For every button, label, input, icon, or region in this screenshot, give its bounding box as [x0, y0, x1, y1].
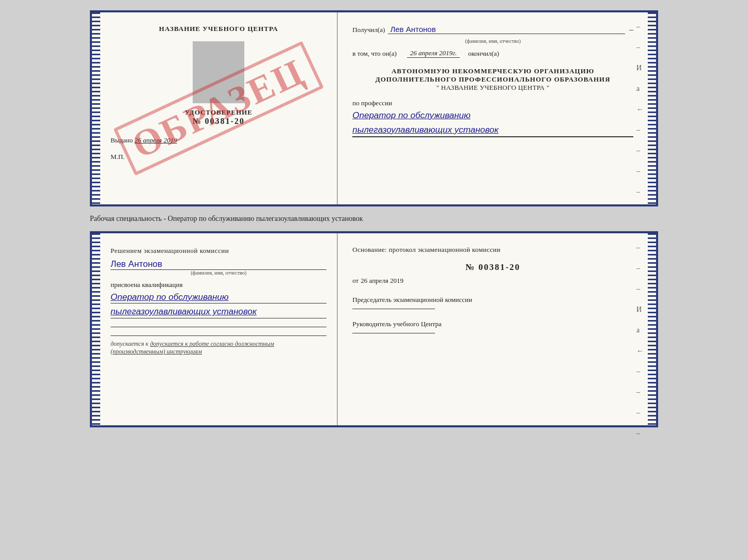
diploma-ot-row: от 26 апреля 2019 — [352, 277, 633, 285]
cert-dash-r6: – — [636, 188, 644, 196]
cert-date-value: 26 апреля 2019г. — [407, 49, 460, 58]
diploma-dash-r1: – — [636, 244, 644, 252]
cert-finished-label: окончил(а) — [468, 50, 499, 58]
cert-doc-number: № 00381-20 — [111, 117, 326, 126]
certificate: НАЗВАНИЕ УЧЕБНОГО ЦЕНТРА УДОСТОВЕРЕНИЕ №… — [90, 10, 658, 206]
cert-received-row: Получил(а) Лев Антонов – — [352, 25, 633, 34]
diploma-right-dashes: – – – И а ← – – – – — [636, 244, 644, 438]
diploma-predsed-label: Председатель экзаменационной комиссии — [352, 295, 633, 305]
diploma-side-И: И — [636, 306, 644, 314]
cert-dash-r2: – — [636, 43, 644, 52]
cert-mp: М.П. — [111, 153, 326, 161]
cert-received-name: Лев Антонов — [388, 25, 625, 34]
cert-org-name: " НАЗВАНИЕ УЧЕБНОГО ЦЕНТРА " — [352, 84, 633, 92]
cert-received-label: Получил(а) — [352, 26, 385, 34]
diploma-dopusk-text: допускается к допускается к работе согла… — [111, 340, 326, 356]
cert-issued: Выдано 26 апреля 2019 — [111, 136, 326, 145]
cert-profession-line1: Оператор по обслуживанию — [352, 109, 633, 122]
diploma-side-а: а — [636, 326, 644, 334]
cert-dash-r3: – — [636, 126, 644, 134]
middle-text: Рабочая специальность - Оператор по обсл… — [90, 213, 658, 225]
cert-right-dashes: – – И а ← – – – – — [636, 23, 644, 196]
diploma-ot-label: от — [352, 277, 359, 285]
cert-right-panel: Получил(а) Лев Антонов – (фамилия, имя, … — [338, 12, 648, 204]
cert-side-И: И — [636, 64, 644, 72]
diploma-rukov-sign-line — [352, 333, 435, 333]
diploma-predsed-sign-line — [352, 309, 435, 309]
diploma-osnov-label: Основание: протокол экзаменационной коми… — [352, 246, 633, 254]
diploma-dash-r6: – — [636, 409, 644, 417]
cert-issued-date: 26 апреля 2019 — [135, 136, 177, 144]
diploma-number: № 00381-20 — [352, 262, 633, 273]
cert-side-а: а — [636, 85, 644, 93]
diploma-qual-line1: Оператор по обслуживанию — [111, 291, 326, 304]
diploma-dash-r5: – — [636, 388, 644, 396]
cert-dash-r1: – — [636, 23, 644, 31]
diploma-ot-value: 26 апреля 2019 — [361, 277, 403, 285]
diploma-dopusk-prefix: допускается к — [111, 340, 150, 347]
diploma-qual-block: Оператор по обслуживанию пылегазоулавлив… — [111, 291, 326, 319]
cert-date-row: в том, что он(а) 26 апреля 2019г. окончи… — [352, 49, 633, 58]
diploma-dash-r2: – — [636, 264, 644, 273]
cert-side-back: ← — [636, 105, 644, 114]
cert-date-intro: в том, что он(а) — [352, 50, 397, 58]
cert-org-block: АВТОНОМНУЮ НЕКОММЕРЧЕСКУЮ ОРГАНИЗАЦИЮ ДО… — [352, 67, 633, 92]
cert-profession-value: Оператор по обслуживанию пылегазоулавлив… — [352, 109, 633, 137]
diploma-right-panel: Основание: протокол экзаменационной коми… — [338, 233, 648, 425]
diploma-decision-text: Решением экзаменационной комиссии — [111, 246, 326, 256]
diploma-qual-line2: пылегазоулавливающих установок — [111, 306, 326, 318]
diploma-blank-line-1 — [111, 327, 326, 327]
diploma-name-value: Лев Антонов — [111, 259, 326, 270]
cert-dash-r5: – — [636, 167, 644, 175]
cert-photo — [193, 41, 244, 103]
diploma-dash-r7: – — [636, 429, 644, 438]
diploma-left-border — [92, 233, 100, 425]
document-container: НАЗВАНИЕ УЧЕБНОГО ЦЕНТРА УДОСТОВЕРЕНИЕ №… — [90, 10, 658, 427]
cert-org-line1: АВТОНОМНУЮ НЕКОММЕРЧЕСКУЮ ОРГАНИЗАЦИЮ — [352, 67, 633, 75]
diploma-name-sub: (фамилия, имя, отчество) — [111, 270, 326, 276]
diploma-blank-line-2 — [111, 335, 326, 336]
diploma-assigned-label: присвоена квалификация — [111, 281, 326, 289]
diploma-side-back: ← — [636, 347, 644, 355]
cert-profession-line2: пылегазоулавливающих установок — [352, 124, 633, 137]
diploma-rukov-label: Руководитель учебного Центра — [352, 319, 633, 329]
cert-org-line2: ДОПОЛНИТЕЛЬНОГО ПРОФЕССИОНАЛЬНОГО ОБРАЗО… — [352, 75, 633, 84]
cert-dash-1: – — [629, 25, 633, 34]
cert-school-name: НАЗВАНИЕ УЧЕБНОГО ЦЕНТРА — [111, 25, 326, 33]
diploma-dash-r4: – — [636, 367, 644, 376]
diploma-right-border — [648, 233, 656, 425]
cert-doc-label: УДОСТОВЕРЕНИЕ — [111, 108, 326, 117]
diploma-left-panel: Решением экзаменационной комиссии Лев Ан… — [100, 233, 338, 425]
cert-name-sub: (фамилия, имя, отчество) — [352, 38, 633, 44]
cert-left-panel: НАЗВАНИЕ УЧЕБНОГО ЦЕНТРА УДОСТОВЕРЕНИЕ №… — [100, 12, 338, 204]
cert-dash-r4: – — [636, 147, 644, 155]
cert-left-border — [92, 12, 100, 204]
diploma-dash-r3: – — [636, 285, 644, 293]
cert-issued-label: Выдано — [111, 136, 133, 144]
cert-profession-label: по профессии — [352, 99, 633, 107]
cert-right-border — [648, 12, 656, 204]
diploma: Решением экзаменационной комиссии Лев Ан… — [90, 231, 658, 427]
